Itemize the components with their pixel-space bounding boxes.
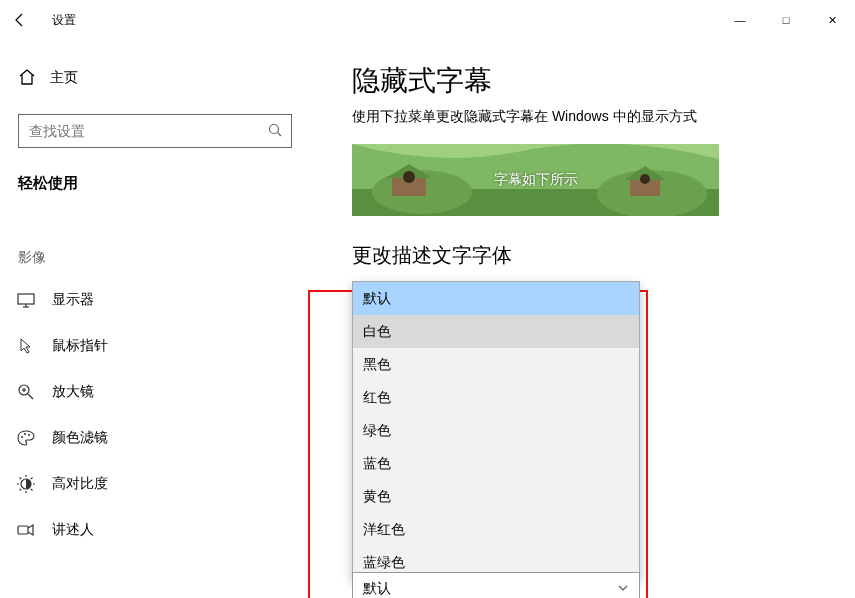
page-subtitle: 使用下拉菜单更改隐藏式字幕在 Windows 中的显示方式 <box>352 108 855 126</box>
group-title-video: 影像 <box>18 249 292 267</box>
nav-label: 讲述人 <box>52 521 94 539</box>
nav-label: 显示器 <box>52 291 94 309</box>
nav-label: 鼠标指针 <box>52 337 108 355</box>
dropdown-option[interactable]: 绿色 <box>353 414 639 447</box>
search-input[interactable] <box>27 122 267 140</box>
sidebar: 主页 轻松使用 影像 显示器 鼠标指针 放大镜 <box>0 40 310 598</box>
preview-caption-text: 字幕如下所示 <box>352 171 719 189</box>
nav-label: 高对比度 <box>52 475 108 493</box>
nav-label: 放大镜 <box>52 383 94 401</box>
svg-line-6 <box>28 394 33 399</box>
dropdown-option[interactable]: 洋红色 <box>353 513 639 546</box>
font-select-closed[interactable]: 默认 <box>352 572 640 598</box>
svg-point-10 <box>24 433 26 435</box>
dropdown-option[interactable]: 红色 <box>353 381 639 414</box>
chevron-down-icon <box>617 581 629 597</box>
window-title: 设置 <box>52 12 76 29</box>
svg-line-1 <box>278 132 282 136</box>
svg-point-9 <box>21 436 23 438</box>
maximize-button[interactable]: □ <box>763 4 809 36</box>
nav-cursor[interactable]: 鼠标指针 <box>16 323 292 369</box>
palette-icon <box>16 428 36 448</box>
section-heading: 更改描述文字字体 <box>352 242 855 269</box>
contrast-icon <box>16 474 36 494</box>
titlebar: 设置 — □ ✕ <box>0 0 855 40</box>
nav-contrast[interactable]: 高对比度 <box>16 461 292 507</box>
color-dropdown-open[interactable]: 默认 白色 黑色 红色 绿色 蓝色 黄色 洋红色 蓝绿色 <box>352 281 640 580</box>
home-label: 主页 <box>50 69 78 87</box>
home-icon <box>18 68 36 89</box>
cursor-icon <box>16 336 36 356</box>
dropdown-option[interactable]: 黄色 <box>353 480 639 513</box>
search-icon <box>267 122 283 141</box>
page-heading: 隐藏式字幕 <box>352 62 855 100</box>
section-title: 轻松使用 <box>18 174 292 193</box>
nav-magnifier[interactable]: 放大镜 <box>16 369 292 415</box>
zoom-icon <box>16 382 36 402</box>
home-nav[interactable]: 主页 <box>18 58 292 98</box>
caption-preview: 字幕如下所示 <box>352 144 719 216</box>
narrator-icon <box>16 520 36 540</box>
svg-line-20 <box>31 478 33 480</box>
dropdown-option[interactable]: 白色 <box>353 315 639 348</box>
search-box[interactable] <box>18 114 292 148</box>
svg-point-11 <box>28 434 30 436</box>
dropdown-option[interactable]: 蓝色 <box>353 447 639 480</box>
nav-colorfilter[interactable]: 颜色滤镜 <box>16 415 292 461</box>
nav-display[interactable]: 显示器 <box>16 277 292 323</box>
back-button[interactable] <box>0 0 40 40</box>
svg-rect-21 <box>18 526 28 534</box>
close-button[interactable]: ✕ <box>809 4 855 36</box>
svg-line-17 <box>20 478 22 480</box>
svg-line-18 <box>31 489 33 491</box>
main-pane: 隐藏式字幕 使用下拉菜单更改隐藏式字幕在 Windows 中的显示方式 字幕如 <box>310 40 855 598</box>
select-value: 默认 <box>363 580 391 598</box>
dropdown-option[interactable]: 默认 <box>353 282 639 315</box>
svg-line-19 <box>20 489 22 491</box>
minimize-button[interactable]: — <box>717 4 763 36</box>
nav-label: 颜色滤镜 <box>52 429 108 447</box>
monitor-icon <box>16 290 36 310</box>
dropdown-option[interactable]: 黑色 <box>353 348 639 381</box>
nav-narrator[interactable]: 讲述人 <box>16 507 292 553</box>
svg-point-0 <box>270 124 279 133</box>
svg-rect-2 <box>18 294 34 304</box>
